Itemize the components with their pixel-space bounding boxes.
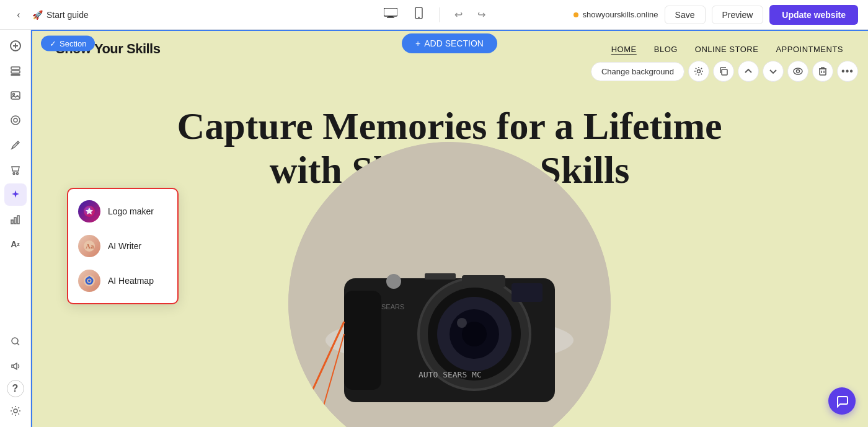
logo-maker-icon bbox=[78, 200, 100, 222]
svg-rect-46 bbox=[425, 273, 456, 280]
sidebar-item-layers[interactable] bbox=[4, 59, 27, 82]
svg-point-57 bbox=[89, 276, 91, 278]
svg-point-27 bbox=[794, 68, 802, 74]
nav-link-home[interactable]: HOME bbox=[611, 45, 637, 54]
svg-point-56 bbox=[88, 280, 91, 282]
svg-rect-9 bbox=[11, 71, 20, 73]
nav-link-blog[interactable]: BLOG bbox=[654, 45, 678, 54]
move-down-toolbar-button[interactable] bbox=[763, 61, 784, 82]
svg-line-15 bbox=[17, 143, 18, 144]
svg-text:SEARS: SEARS bbox=[381, 303, 404, 310]
sidebar-item-megaphone[interactable] bbox=[4, 355, 27, 377]
canvas: ✓ Section + ADD SECTION Change backgroun… bbox=[31, 30, 868, 427]
sidebar-item-design[interactable] bbox=[4, 109, 27, 131]
sidebar-item-add[interactable] bbox=[4, 35, 27, 57]
svg-rect-11 bbox=[11, 92, 20, 99]
svg-point-25 bbox=[698, 70, 701, 73]
sidebar-item-translate[interactable]: Az bbox=[4, 233, 27, 255]
editor-area: ✓ Section + ADD SECTION Change backgroun… bbox=[31, 30, 868, 427]
topbar-center: ↩ ↪ bbox=[380, 4, 488, 25]
plus-icon: + bbox=[415, 38, 420, 48]
sidebar-item-edit[interactable] bbox=[4, 134, 27, 156]
sidebar-item-analytics[interactable] bbox=[4, 208, 27, 231]
more-options-toolbar-button[interactable]: ••• bbox=[837, 61, 858, 82]
svg-rect-26 bbox=[722, 69, 727, 75]
domain-indicator: showyourskills.online bbox=[574, 10, 658, 19]
logo-maker-label: Logo maker bbox=[108, 206, 154, 216]
update-website-button[interactable]: Update website bbox=[769, 5, 858, 25]
settings-toolbar-button[interactable] bbox=[688, 61, 709, 82]
ai-writer-icon: Aa bbox=[78, 235, 100, 257]
svg-rect-18 bbox=[11, 220, 13, 224]
svg-point-17 bbox=[16, 173, 18, 175]
section-label-badge[interactable]: ✓ Section bbox=[41, 36, 95, 51]
chat-button[interactable] bbox=[828, 387, 856, 415]
section-label-text: Section bbox=[60, 39, 86, 48]
svg-rect-0 bbox=[384, 8, 397, 16]
visibility-toolbar-button[interactable] bbox=[787, 61, 808, 82]
divider bbox=[439, 7, 440, 22]
ai-heatmap-label: AI Heatmap bbox=[108, 276, 154, 286]
topbar: ‹ 🚀 Start guide ↩ ↪ showyourskills.onlin… bbox=[0, 0, 868, 30]
topbar-right: showyourskills.online Save Preview Updat… bbox=[495, 5, 858, 25]
redo-button[interactable]: ↪ bbox=[475, 6, 488, 23]
move-up-toolbar-button[interactable] bbox=[738, 61, 759, 82]
svg-point-28 bbox=[797, 70, 800, 73]
svg-text:Aa: Aa bbox=[86, 242, 94, 250]
svg-rect-20 bbox=[17, 216, 19, 224]
nav-link-store[interactable]: ONLINE STORE bbox=[695, 45, 759, 54]
svg-point-24 bbox=[14, 409, 17, 413]
svg-rect-44 bbox=[462, 275, 505, 288]
sidebar-item-help[interactable]: ? bbox=[7, 380, 24, 397]
ai-writer-label: AI Writer bbox=[108, 241, 141, 251]
nav-links: HOME BLOG ONLINE STORE APPOINTMENTS bbox=[611, 45, 843, 54]
svg-point-14 bbox=[14, 118, 17, 122]
svg-text:AUTO SEARS MC: AUTO SEARS MC bbox=[418, 370, 482, 379]
svg-rect-35 bbox=[344, 291, 381, 390]
start-guide-button[interactable]: 🚀 Start guide bbox=[32, 10, 89, 20]
sidebar-item-settings[interactable] bbox=[4, 400, 27, 422]
nav-link-appointments[interactable]: APPOINTMENTS bbox=[776, 45, 843, 54]
svg-rect-10 bbox=[11, 74, 20, 76]
sidebar-item-ai[interactable] bbox=[4, 183, 27, 206]
preview-button[interactable]: Preview bbox=[712, 6, 764, 24]
menu-item-ai-heatmap[interactable]: AI Heatmap bbox=[68, 263, 177, 298]
sidebar: Az ? bbox=[0, 30, 31, 427]
undo-button[interactable]: ↩ bbox=[452, 6, 465, 23]
svg-point-41 bbox=[457, 318, 467, 328]
right-toolbar: Change background bbox=[591, 61, 858, 82]
rocket-icon: 🚀 bbox=[32, 10, 43, 20]
svg-rect-29 bbox=[820, 69, 826, 75]
menu-item-ai-writer[interactable]: Aa AI Writer bbox=[68, 229, 177, 263]
ai-heatmap-icon bbox=[78, 270, 100, 292]
svg-point-16 bbox=[13, 173, 15, 175]
start-guide-label: Start guide bbox=[46, 10, 89, 20]
sidebar-item-store[interactable] bbox=[4, 159, 27, 181]
svg-line-22 bbox=[17, 343, 19, 345]
ai-tools-popup: Logo maker Aa AI Writer bbox=[67, 188, 179, 304]
svg-point-45 bbox=[386, 274, 401, 289]
add-section-label: ADD SECTION bbox=[424, 38, 484, 48]
add-section-button[interactable]: + ADD SECTION bbox=[402, 33, 497, 53]
sidebar-item-media[interactable] bbox=[4, 84, 27, 107]
save-button[interactable]: Save bbox=[665, 6, 706, 24]
domain-status-dot bbox=[574, 12, 578, 17]
delete-toolbar-button[interactable] bbox=[812, 61, 833, 82]
menu-item-logo-maker[interactable]: Logo maker bbox=[68, 194, 177, 229]
duplicate-toolbar-button[interactable] bbox=[713, 61, 734, 82]
check-icon: ✓ bbox=[50, 39, 56, 48]
sidebar-item-search[interactable] bbox=[4, 330, 27, 353]
svg-point-13 bbox=[11, 116, 20, 125]
mobile-view-button[interactable] bbox=[411, 4, 427, 25]
desktop-view-button[interactable] bbox=[380, 6, 401, 24]
back-button[interactable]: ‹ bbox=[10, 6, 27, 24]
change-background-button[interactable]: Change background bbox=[591, 62, 684, 81]
domain-name: showyourskills.online bbox=[582, 10, 658, 19]
svg-rect-8 bbox=[11, 67, 20, 69]
main-area: Az ? ✓ Section + ADD SE bbox=[0, 30, 868, 427]
topbar-left: ‹ 🚀 Start guide bbox=[10, 6, 373, 24]
svg-rect-47 bbox=[512, 283, 542, 302]
svg-rect-19 bbox=[14, 218, 16, 224]
svg-point-21 bbox=[12, 338, 18, 344]
